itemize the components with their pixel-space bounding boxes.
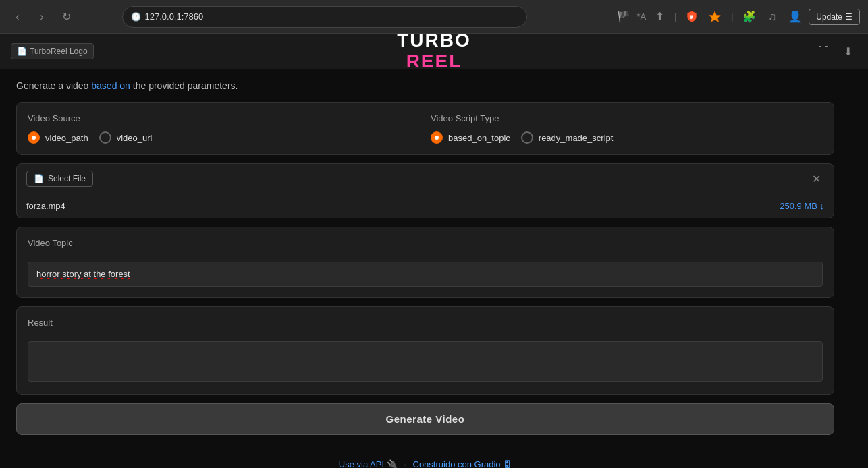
- footer-dot: ·: [404, 459, 406, 468]
- result-textarea[interactable]: [28, 341, 823, 382]
- close-file-button[interactable]: ✕: [808, 171, 824, 187]
- page-subtitle: Generate a video based on the provided p…: [16, 80, 834, 91]
- video-topic-card: Video Topic: [16, 227, 834, 298]
- file-select-header: 📄 Select File ✕: [17, 164, 834, 194]
- radio-based-on-topic-label: based_on_topic: [448, 133, 510, 143]
- url-text: 127.0.0.1:7860: [145, 11, 204, 22]
- page-footer: Use via API 🔌 · Construido con Gradio 🎛: [16, 446, 834, 468]
- app-header: 📄 TurboReel Logo TURBO REEL ⛶ ⬇: [0, 34, 868, 69]
- back-button[interactable]: ‹: [8, 7, 27, 26]
- radio-video-url-circle: [99, 131, 111, 144]
- video-source-label: Video Source: [28, 113, 420, 123]
- gradio-link[interactable]: Construido con Gradio 🎛: [413, 459, 512, 468]
- main-area: Generate a video based on the provided p…: [0, 69, 850, 468]
- menu-icon: ☰: [845, 12, 852, 22]
- logo-label-text: TurboReel Logo: [30, 47, 88, 56]
- share-icon[interactable]: ⬆: [650, 7, 669, 26]
- separator: |: [731, 11, 733, 22]
- radio-video-path-circle: [28, 131, 40, 144]
- file-select-card: 📄 Select File ✕ forza.mp4 250.9 MB ↓: [16, 163, 834, 218]
- download-button[interactable]: ⬇: [838, 42, 857, 61]
- update-label: Update: [816, 12, 842, 22]
- radio-video-path-label: video_path: [45, 133, 88, 143]
- page-content: 📄 TurboReel Logo TURBO REEL ⛶ ⬇ Generate…: [0, 34, 868, 468]
- update-button[interactable]: Update ☰: [809, 9, 860, 25]
- filename-text: forza.mp4: [26, 201, 65, 211]
- forward-button[interactable]: ›: [32, 7, 51, 26]
- address-bar[interactable]: 🕐 127.0.0.1:7860: [122, 6, 527, 28]
- browser-chrome: ‹ › ↻ 🕐 127.0.0.1:7860 🏴️ *⁠A ⬆ | | 🧩 ♫ …: [0, 0, 868, 34]
- api-icon: 🔌: [387, 459, 398, 468]
- radio-based-on-topic-circle: [431, 131, 443, 144]
- logo-label-badge: 📄 TurboReel Logo: [11, 43, 94, 59]
- video-source-radio-group: video_path video_url: [28, 131, 420, 144]
- video-script-type-label: Video Script Type: [431, 113, 823, 123]
- video-script-type-section: Video Script Type based_on_topic ready_m…: [431, 113, 823, 144]
- radio-video-url-label: video_url: [117, 133, 153, 143]
- radio-option-based-on-topic[interactable]: based_on_topic: [431, 131, 510, 144]
- gradio-icon: 🎛: [503, 459, 512, 468]
- video-source-section: Video Source video_path video_url: [28, 113, 420, 144]
- svg-marker-0: [709, 11, 721, 22]
- brave-rewards-icon: [705, 7, 724, 26]
- video-topic-input[interactable]: [28, 262, 823, 287]
- source-script-card: Video Source video_path video_url: [16, 102, 834, 155]
- file-info-row: forza.mp4 250.9 MB ↓: [17, 194, 834, 218]
- radio-option-ready-made-script[interactable]: ready_made_script: [521, 131, 614, 144]
- turboreel-logo: TURBO REEL: [397, 34, 471, 72]
- radio-option-video-url[interactable]: video_url: [99, 131, 153, 144]
- translate-icon2[interactable]: *⁠A: [637, 11, 647, 22]
- clock-icon: 🕐: [131, 12, 141, 22]
- api-link[interactable]: Use via API 🔌: [339, 459, 400, 468]
- result-card: Result: [16, 306, 834, 395]
- generate-btn-label: Generate Video: [386, 413, 465, 425]
- video-topic-label: Video Topic: [28, 238, 823, 248]
- reload-button[interactable]: ↻: [57, 7, 76, 26]
- fullscreen-button[interactable]: ⛶: [814, 42, 833, 61]
- media-icon[interactable]: ♫: [763, 7, 782, 26]
- select-file-label: Select File: [48, 174, 86, 183]
- file-icon: 📄: [17, 47, 27, 56]
- radio-ready-made-circle: [521, 131, 533, 144]
- wallet-icon[interactable]: 👤: [786, 7, 805, 26]
- select-file-button[interactable]: 📄 Select File: [26, 171, 93, 187]
- built-text: Construido con Gradio: [413, 459, 501, 468]
- logo-center: TURBO REEL: [397, 34, 471, 72]
- translate-icon[interactable]: 🏴️: [614, 7, 633, 26]
- generate-video-button[interactable]: Generate Video: [16, 403, 834, 435]
- header-actions: ⛶ ⬇: [814, 42, 857, 61]
- radio-option-video-path[interactable]: video_path: [28, 131, 88, 144]
- radio-ready-made-label: ready_made_script: [539, 133, 614, 143]
- extensions-icon[interactable]: 🧩: [740, 7, 759, 26]
- api-text: Use via API: [339, 459, 384, 468]
- logo-turbo: TURBO: [397, 34, 471, 51]
- result-label: Result: [28, 318, 823, 328]
- video-script-type-radio-group: based_on_topic ready_made_script: [431, 131, 823, 144]
- browser-right-controls: 🏴️ *⁠A ⬆ | | 🧩 ♫ 👤 Update ☰: [614, 7, 860, 26]
- logo-reel: REEL: [397, 51, 471, 72]
- filesize-text: 250.9 MB ↓: [780, 201, 824, 211]
- file-btn-icon: 📄: [34, 174, 44, 183]
- brave-shield-icon: [682, 7, 701, 26]
